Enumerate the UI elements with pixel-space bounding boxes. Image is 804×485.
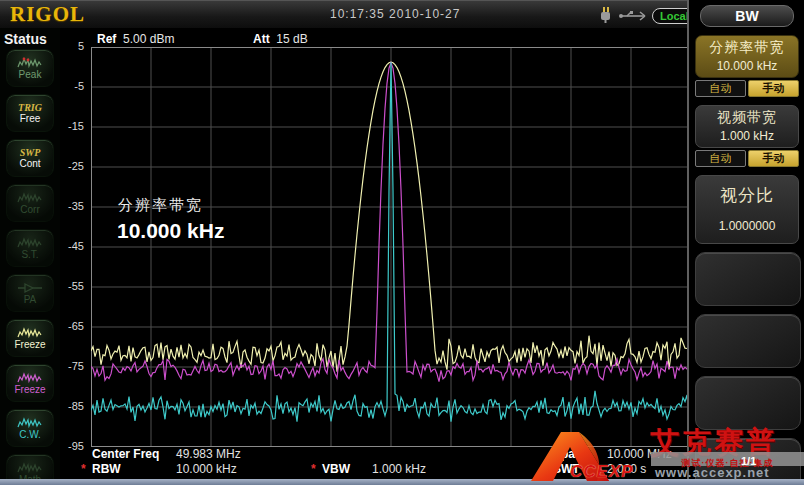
waveform-icon	[17, 417, 43, 429]
softkey-title: 视分比	[696, 184, 798, 207]
menu-page-indicator: 1/1	[741, 455, 756, 467]
status-label: Peak	[19, 69, 42, 80]
waveform-icon	[17, 462, 43, 474]
softkey-menu-panel: BW 分辨率带宽10.000 kHz自动手动视频带宽1.000 kHz自动手动视…	[687, 0, 804, 485]
softkey-blank-2[interactable]	[695, 314, 801, 368]
watermark-tagline-bar: 测试·仪器·自控·集成	[651, 452, 804, 466]
y-tick-label: -35	[56, 200, 84, 212]
att-value: 15 dB	[276, 32, 307, 46]
rigol-logo: RIGOL	[10, 2, 85, 27]
rbw-changed-marker: *	[81, 462, 86, 476]
attenuation-readout: Att 15 dB	[253, 32, 308, 46]
usb-icon	[618, 10, 648, 22]
softkey-title: 视频带宽	[696, 109, 798, 127]
menu-header-bw: BW	[700, 5, 794, 27]
status-label: Freeze	[14, 384, 45, 395]
status-indicator-peak: Peak	[6, 49, 54, 87]
auto-toggle-button[interactable]: 自动	[695, 150, 746, 167]
status-label: Free	[20, 113, 41, 124]
status-label: PA	[24, 294, 37, 305]
rbw-readout: RBW	[92, 462, 121, 476]
status-indicator-pa: PA	[6, 274, 54, 312]
datetime-display: 10:17:35 2010-10-27	[330, 7, 460, 21]
rbw-annotation-title: 分辨率带宽	[118, 196, 203, 215]
y-tick-label: -25	[56, 160, 84, 172]
status-label: Corr	[20, 204, 39, 215]
auto-manual-toggle: 自动手动	[695, 150, 799, 167]
power-plug-icon	[597, 6, 614, 24]
status-sidebar: Status PeakTRIGFreeSWPContCorrS.T.PAFree…	[0, 28, 60, 485]
softkey-blank-3[interactable]	[695, 376, 801, 430]
status-indicator-st: S.T.	[6, 229, 54, 267]
status-indicator-freeze-yellow: Freeze	[6, 319, 54, 357]
status-indicator-freeze-magenta: Freeze	[6, 364, 54, 402]
preamp-icon	[17, 282, 43, 294]
ref-value: 5.00 dBm	[123, 32, 174, 46]
manual-toggle-button[interactable]: 手动	[748, 80, 799, 97]
vbw-changed-marker: *	[311, 462, 316, 476]
status-indicator-trig-free: TRIGFree	[6, 94, 54, 132]
waveform-peak-icon	[17, 57, 43, 69]
status-title: Status	[0, 28, 60, 49]
softkey-video-bw[interactable]: 视频带宽1.000 kHz	[695, 105, 799, 148]
status-tag: SWP	[20, 147, 41, 158]
auto-manual-toggle: 自动手动	[695, 80, 799, 97]
y-tick-label: -85	[56, 400, 84, 412]
att-label: Att	[253, 32, 270, 46]
status-label: C.W.	[19, 429, 41, 440]
status-tag: TRIG	[18, 102, 42, 113]
softkey-value: 1.0000000	[696, 219, 798, 233]
softkey-resolution-bw[interactable]: 分辨率带宽10.000 kHz	[695, 35, 799, 78]
y-tick-label: -75	[56, 360, 84, 372]
softkey-value: 10.000 kHz	[696, 59, 798, 73]
vbw-readout: VBW	[322, 462, 350, 476]
softkey-blank-1[interactable]	[695, 252, 801, 306]
rbw-value: 10.000 kHz	[176, 462, 237, 476]
status-indicator-swp-cont: SWPCont	[6, 139, 54, 177]
accexp-watermark-text: CCEXP	[570, 462, 634, 482]
softkey-title: 分辨率带宽	[696, 39, 798, 57]
grid-lines	[91, 47, 691, 447]
y-tick-label: -5	[56, 80, 84, 92]
manual-toggle-button[interactable]: 手动	[748, 150, 799, 167]
ref-label: Ref	[97, 32, 116, 46]
waveform-icon	[17, 327, 43, 339]
status-label: Cont	[19, 158, 40, 169]
status-indicator-cw: C.W.	[6, 409, 54, 447]
y-tick-label: -55	[56, 280, 84, 292]
center-freq-readout: Center Freq	[92, 447, 159, 461]
status-indicator-corr: Corr	[6, 184, 54, 222]
softkey-vbw-rbw-ratio[interactable]: 视分比1.0000000	[695, 175, 799, 244]
watermark-url: www.accexp.net	[655, 465, 770, 480]
auto-toggle-button[interactable]: 自动	[695, 80, 746, 97]
y-tick-label: -45	[56, 240, 84, 252]
y-tick-label: -15	[56, 120, 84, 132]
spectrum-graticule	[91, 47, 691, 447]
y-tick-label: 5	[56, 40, 84, 52]
y-tick-label: -95	[56, 440, 84, 452]
top-status-bar: RIGOL 10:17:35 2010-10-27 Local	[0, 0, 687, 29]
waveform-icon	[17, 192, 43, 204]
center-freq-value: 49.983 MHz	[176, 447, 241, 461]
ref-level-readout: Ref 5.00 dBm	[97, 32, 174, 46]
status-label: Freeze	[14, 339, 45, 350]
waveform-icon	[17, 237, 43, 249]
rbw-annotation-value: 10.000 kHz	[117, 219, 224, 243]
y-tick-label: -65	[56, 320, 84, 332]
status-label: S.T.	[21, 249, 38, 260]
vbw-value: 1.000 kHz	[372, 462, 426, 476]
waveform-icon	[17, 372, 43, 384]
softkey-value: 1.000 kHz	[696, 129, 798, 143]
